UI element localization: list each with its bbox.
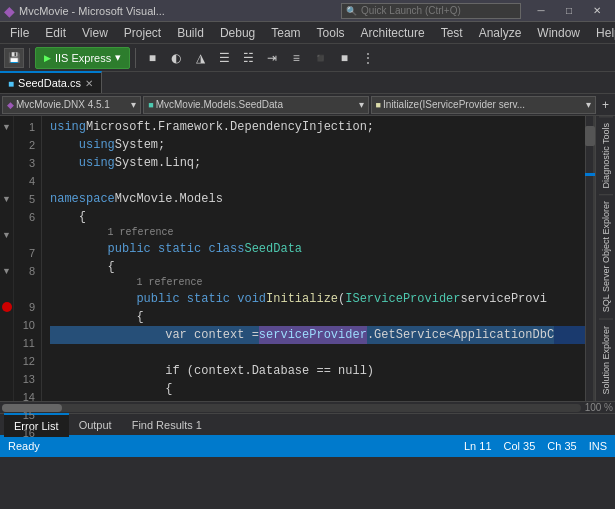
line-num-5: 5: [14, 190, 35, 208]
toolbar: 💾 ▶ IIS Express ▾ ■ ◐ ◮ ☰ ☵ ⇥ ≡ ◾ ■ ⋮: [0, 44, 615, 72]
menu-window[interactable]: Window: [529, 22, 588, 44]
code-editor[interactable]: using Microsoft.Framework.DependencyInje…: [42, 116, 585, 401]
nav-expand-button[interactable]: +: [598, 98, 613, 112]
bottom-tab-output[interactable]: Output: [69, 413, 122, 437]
code-line-ref2: 1 reference: [50, 276, 585, 290]
breakpoint-dot: [2, 302, 12, 312]
code-line-ref1: 1 reference: [50, 226, 585, 240]
namespace-dropdown-icon: ▾: [359, 99, 364, 110]
toolbar-btn-6[interactable]: ⇥: [261, 47, 283, 69]
toolbar-btn-7[interactable]: ≡: [285, 47, 307, 69]
gutter-line-10: [0, 280, 13, 298]
status-ch: Ch 35: [547, 440, 576, 452]
framework-dropdown-icon: ▾: [131, 99, 136, 110]
menu-team[interactable]: Team: [263, 22, 308, 44]
menu-edit[interactable]: Edit: [37, 22, 74, 44]
toolbar-icon-save[interactable]: 💾: [4, 48, 24, 68]
method-dropdown[interactable]: ■ Initialize(IServiceProvider serv... ▾: [371, 96, 596, 114]
gutter-line-9: ▼: [0, 262, 13, 280]
method-label: Initialize(IServiceProvider serv...: [383, 99, 584, 110]
sidebar-tab-solution[interactable]: Solution Explorer: [599, 319, 613, 401]
sidebar-tab-sql[interactable]: SQL Server Object Explorer: [599, 194, 613, 318]
menu-build[interactable]: Build: [169, 22, 212, 44]
toolbar-btn-2[interactable]: ◐: [165, 47, 187, 69]
toolbar-btn-4[interactable]: ☰: [213, 47, 235, 69]
code-line-13: if (context.Database == null): [50, 362, 585, 380]
menu-debug[interactable]: Debug: [212, 22, 263, 44]
method-dropdown-icon: ▾: [586, 99, 591, 110]
gutter-line-11: [0, 298, 13, 316]
line-num-2: 2: [14, 136, 35, 154]
status-bar: Ready Ln 11 Col 35 Ch 35 INS: [0, 435, 615, 457]
line-num-7: [14, 226, 35, 244]
menu-view[interactable]: View: [74, 22, 116, 44]
code-line-3: using System.Linq;: [50, 154, 585, 172]
minimap-scrollbar[interactable]: [585, 116, 595, 401]
gutter-line-5: ▼: [0, 190, 13, 208]
toolbar-btn-8[interactable]: ◾: [309, 47, 331, 69]
iis-express-button[interactable]: ▶ IIS Express ▾: [35, 47, 130, 69]
bottom-tabs: Error List Output Find Results 1: [0, 413, 615, 435]
menu-test[interactable]: Test: [433, 22, 471, 44]
play-icon: ▶: [44, 53, 51, 63]
toolbar-btn-10[interactable]: ⋮: [357, 47, 379, 69]
line-num-16: 16: [14, 424, 35, 442]
tab-bar: ■ SeedData.cs ✕: [0, 72, 615, 94]
quick-launch-bar[interactable]: 🔍 Quick Launch (Ctrl+Q): [341, 3, 521, 19]
framework-dropdown[interactable]: ◆ MvcMovie.DNX 4.5.1 ▾: [2, 96, 141, 114]
right-sidebar: Diagnostic Tools SQL Server Object Explo…: [595, 116, 615, 401]
dropdown-arrow-icon: ▾: [115, 51, 121, 64]
gutter-line-1: ▼: [0, 118, 13, 136]
menu-help[interactable]: Help: [588, 22, 615, 44]
gutter-line-6: [0, 208, 13, 226]
line-num-10: 10: [14, 316, 35, 334]
framework-icon: ◆: [7, 100, 14, 110]
toolbar-btn-9[interactable]: ■: [333, 47, 355, 69]
search-icon: 🔍: [346, 6, 357, 16]
menu-tools[interactable]: Tools: [309, 22, 353, 44]
menu-project[interactable]: Project: [116, 22, 169, 44]
toolbar-separator-2: [135, 48, 136, 68]
line-num-12: 12: [14, 352, 35, 370]
vs-logo-icon: ◆: [4, 3, 15, 19]
namespace-dropdown[interactable]: ■ MvcMovie.Models.SeedData ▾: [143, 96, 368, 114]
gutter-line-4: [0, 172, 13, 190]
gutter-line-14: [0, 352, 13, 370]
line-num-6: 6: [14, 208, 35, 226]
toolbar-btn-5[interactable]: ☵: [237, 47, 259, 69]
editor-tab-seeddata[interactable]: ■ SeedData.cs ✕: [0, 71, 102, 93]
maximize-button[interactable]: □: [555, 2, 583, 20]
toolbar-btn-3[interactable]: ◮: [189, 47, 211, 69]
namespace-icon: ■: [148, 100, 153, 110]
sidebar-tab-diagnostic[interactable]: Diagnostic Tools: [599, 116, 613, 194]
horizontal-scrollbar[interactable]: 100 %: [0, 401, 615, 413]
framework-label: MvcMovie.DNX 4.5.1: [16, 99, 129, 110]
nav-bar: ◆ MvcMovie.DNX 4.5.1 ▾ ■ MvcMovie.Models…: [0, 94, 615, 116]
line-num-13: 13: [14, 370, 35, 388]
minimize-button[interactable]: ─: [527, 2, 555, 20]
code-line-11: var context = serviceProvider.GetService…: [50, 326, 585, 344]
code-line-9: public static void Initialize(IServicePr…: [50, 290, 585, 308]
gutter-line-2: [0, 136, 13, 154]
status-ins: INS: [589, 440, 607, 452]
status-col: Col 35: [504, 440, 536, 452]
gutter-line-8: [0, 244, 13, 262]
code-line-4: [50, 172, 585, 190]
line-num-9: [14, 280, 35, 298]
close-button[interactable]: ✕: [583, 2, 611, 20]
toolbar-separator-1: [29, 48, 30, 68]
bottom-tab-find-results[interactable]: Find Results 1: [122, 413, 212, 437]
status-ln: Ln 11: [464, 440, 492, 452]
tab-close-icon[interactable]: ✕: [85, 78, 93, 89]
scrollbar-thumb[interactable]: [2, 404, 62, 412]
menu-analyze[interactable]: Analyze: [471, 22, 530, 44]
line-numbers: 1 2 3 4 5 6 7 8 9 10 11 12 13 14 15 16: [14, 116, 42, 401]
menu-architecture[interactable]: Architecture: [353, 22, 433, 44]
menu-file[interactable]: File: [2, 22, 37, 44]
title-text: MvcMovie - Microsoft Visual...: [19, 5, 341, 17]
gutter-line-12: [0, 316, 13, 334]
code-line-5: namespace MvcMovie.Models: [50, 190, 585, 208]
toolbar-btn-1[interactable]: ■: [141, 47, 163, 69]
code-line-10: {: [50, 308, 585, 326]
tab-label: SeedData.cs: [18, 77, 81, 89]
